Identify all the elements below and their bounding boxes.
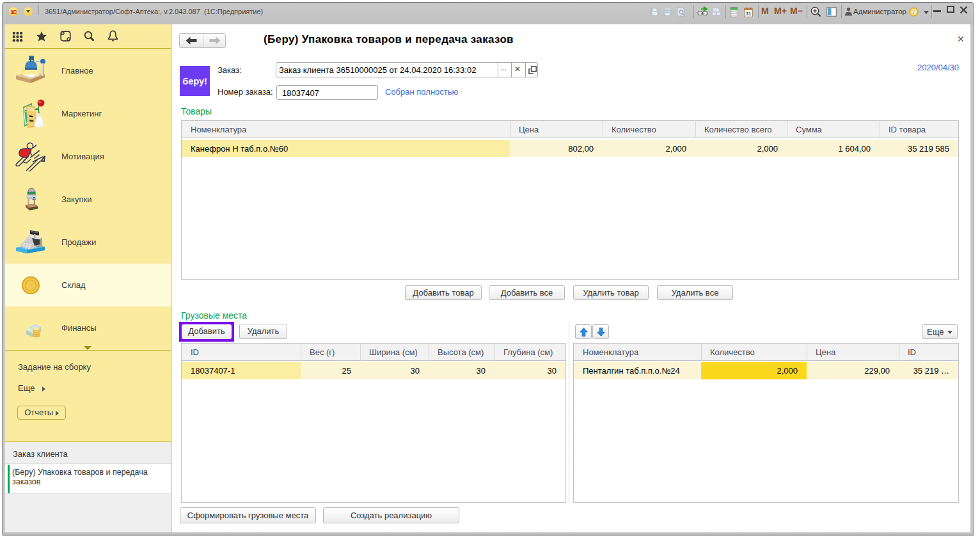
svg-text:31: 31 <box>746 11 751 17</box>
